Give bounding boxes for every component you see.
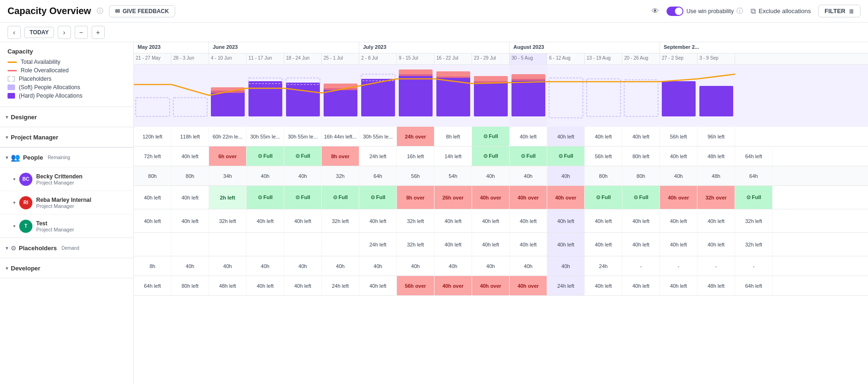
test-cell-3 bbox=[247, 233, 284, 256]
pm-cell-0: 72h left bbox=[134, 146, 171, 166]
svg-rect-17 bbox=[474, 81, 508, 116]
ph-cell-16: - bbox=[735, 256, 773, 276]
people-cell-10: 40h bbox=[510, 166, 547, 185]
reba-avatar: RI bbox=[19, 196, 32, 209]
placeholders-group: ▾ ⊙ Placeholders Demand bbox=[0, 238, 133, 258]
svg-rect-7 bbox=[286, 83, 320, 116]
svg-rect-22 bbox=[587, 79, 620, 116]
people-row-header[interactable]: ▾ 👥 People Remaining bbox=[0, 147, 133, 167]
exclude-allocations[interactable]: ⧉ Exclude allocations bbox=[751, 7, 811, 15]
svg-rect-5 bbox=[248, 81, 282, 116]
legend-box-dashed bbox=[8, 76, 15, 82]
week-7: 2 - 8 Jul bbox=[359, 54, 397, 64]
reba-marley-row[interactable]: ▾ RI Reba Marley Internal Project Manage… bbox=[0, 191, 133, 214]
svg-rect-19 bbox=[512, 79, 545, 116]
svg-rect-13 bbox=[399, 74, 433, 116]
win-probability-help-icon[interactable]: ⓘ bbox=[736, 7, 743, 15]
designer-cell-3: 30h 55m le... bbox=[247, 127, 284, 146]
week-8: 9 - 15 Jul bbox=[397, 54, 434, 64]
test-cell-1 bbox=[171, 233, 209, 256]
people-cell-7: 56h bbox=[397, 166, 434, 185]
becky-avatar: BC bbox=[19, 173, 32, 186]
pm-cell-8: 14h left bbox=[434, 146, 472, 166]
feedback-button[interactable]: ✉ GIVE FEEDBACK bbox=[109, 5, 175, 17]
reba-cell-16: 32h left bbox=[735, 209, 773, 232]
people-chevron: ▾ bbox=[6, 155, 8, 160]
svg-rect-2 bbox=[173, 98, 207, 116]
win-probability-toggle[interactable] bbox=[666, 7, 683, 16]
people-group: ▾ 👥 People Remaining ▾ BC Becky Crittend… bbox=[0, 147, 133, 238]
dev-cell-14: 40h left bbox=[660, 276, 698, 295]
grid-container[interactable]: May 2023 June 2023 July 2023 August 2023… bbox=[134, 42, 868, 384]
svg-rect-23 bbox=[624, 80, 658, 116]
capacity-chart bbox=[134, 65, 735, 127]
chart-area: May 2023 June 2023 July 2023 August 2023… bbox=[134, 42, 868, 127]
week-12: 6 - 12 Aug bbox=[547, 54, 585, 64]
reba-cell-10: 40h left bbox=[510, 209, 547, 232]
info-icon[interactable]: ⓘ bbox=[97, 7, 103, 15]
test-cell-8: 40h left bbox=[434, 233, 472, 256]
ph-cell-13: - bbox=[622, 256, 660, 276]
becky-crittenden-row[interactable]: ▾ BC Becky Crittenden Project Manager bbox=[0, 167, 133, 191]
project-manager-group: ▾ Project Manager bbox=[0, 127, 133, 147]
project-manager-label: Project Manager bbox=[11, 134, 58, 141]
zoom-in-button[interactable]: + bbox=[92, 26, 105, 39]
test-cell-6: 24h left bbox=[359, 233, 397, 256]
designer-label: Designer bbox=[11, 114, 37, 121]
prev-button[interactable]: ‹ bbox=[8, 26, 21, 39]
pm-cell-10: ⊙ Full bbox=[510, 146, 547, 166]
pm-cell-9: ⊙ Full bbox=[472, 146, 510, 166]
reba-cell-14: 40h left bbox=[660, 209, 698, 232]
reba-cell-4: 40h left bbox=[284, 209, 322, 232]
people-cell-0: 80h bbox=[134, 166, 171, 185]
people-label: People bbox=[23, 154, 43, 161]
legend-placeholders: Placeholders bbox=[8, 76, 126, 82]
left-panel: Capacity Total Availability Role Overall… bbox=[0, 42, 134, 384]
test-cell-9: 40h left bbox=[472, 233, 510, 256]
dev-cell-9: 40h over bbox=[472, 276, 510, 295]
ph-cell-2: 40h bbox=[209, 256, 247, 276]
designer-row-header[interactable]: ▾ Designer bbox=[0, 107, 133, 127]
reba-role: Project Manager bbox=[36, 203, 91, 209]
svg-rect-14 bbox=[399, 69, 433, 76]
people-data-row: 80h 80h 34h 40h 40h 32h 64h 56h 54h 40h … bbox=[134, 166, 868, 186]
people-cell-13: 80h bbox=[622, 166, 660, 185]
month-june: June 2023 bbox=[209, 42, 359, 53]
designer-group: ▾ Designer bbox=[0, 107, 133, 127]
people-cell-1: 80h bbox=[171, 166, 209, 185]
becky-cell-15: 32h over bbox=[698, 186, 735, 209]
reba-cell-15: 40h left bbox=[698, 209, 735, 232]
becky-cell-16: ⊙ Full bbox=[735, 186, 773, 209]
next-button[interactable]: › bbox=[58, 26, 71, 39]
ph-cell-7: 40h bbox=[397, 256, 434, 276]
people-cell-12: 80h bbox=[585, 166, 622, 185]
zoom-out-button[interactable]: − bbox=[75, 26, 88, 39]
people-cell-11: 40h bbox=[547, 166, 585, 185]
people-cell-16: 64h bbox=[735, 166, 773, 185]
designer-cell-13: 40h left bbox=[622, 127, 660, 146]
designer-chevron: ▾ bbox=[6, 115, 8, 120]
becky-data-row: 40h left 40h left 2h left ⊙ Full ⊙ Full … bbox=[134, 186, 868, 209]
legend-total-availability-label: Total Availability bbox=[21, 59, 61, 65]
eye-icon[interactable]: 👁 bbox=[651, 7, 659, 15]
test-avatar: T bbox=[19, 220, 32, 233]
legend-role-overallocated-label: Role Overallocated bbox=[21, 67, 69, 74]
filter-button[interactable]: FILTER ⫼ bbox=[818, 5, 860, 17]
designer-cell-10: 40h left bbox=[510, 127, 547, 146]
month-labels: May 2023 June 2023 July 2023 August 2023… bbox=[134, 42, 868, 54]
people-cell-5: 32h bbox=[322, 166, 359, 185]
filter-label: FILTER bbox=[824, 8, 845, 15]
top-bar-right: 👁 Use win probability ⓘ ⧉ Exclude alloca… bbox=[651, 5, 860, 17]
reba-cell-12: 40h left bbox=[585, 209, 622, 232]
dev-cell-11: 24h left bbox=[547, 276, 585, 295]
test-row[interactable]: ▾ T Test Project Manager bbox=[0, 214, 133, 238]
developer-row-header[interactable]: ▾ Developer bbox=[0, 258, 133, 278]
svg-rect-9 bbox=[324, 88, 357, 116]
project-manager-row-header[interactable]: ▾ Project Manager bbox=[0, 127, 133, 147]
ph-cell-6: 40h bbox=[359, 256, 397, 276]
week-13: 13 - 19 Aug bbox=[585, 54, 622, 64]
placeholder-person-icon: ⊙ bbox=[11, 245, 16, 252]
dev-cell-6: 40h left bbox=[359, 276, 397, 295]
today-button[interactable]: TODAY bbox=[24, 27, 54, 38]
placeholders-row-header[interactable]: ▾ ⊙ Placeholders Demand bbox=[0, 238, 133, 258]
